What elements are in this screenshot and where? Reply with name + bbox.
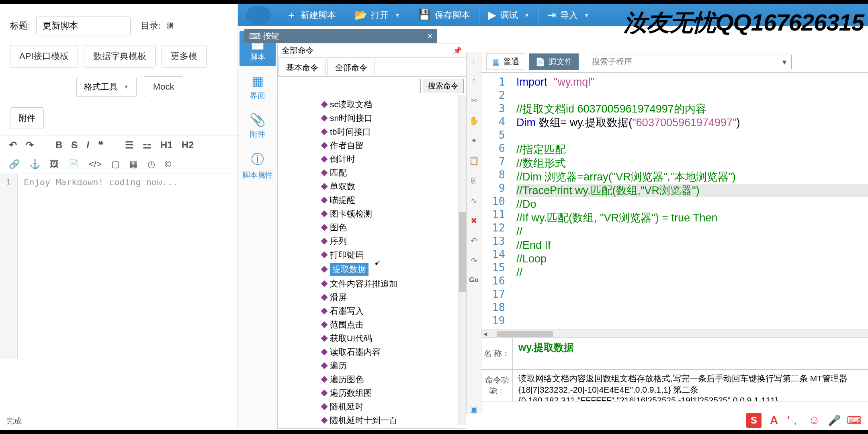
page-icon[interactable]: ▢: [111, 159, 120, 170]
format-tool-select[interactable]: 格式工具▼: [76, 77, 137, 97]
tree-icon[interactable]: ⚍: [143, 139, 151, 151]
status-bar: 完成: [4, 414, 24, 429]
go-button[interactable]: Go: [469, 276, 479, 284]
tab-basic-cmd[interactable]: 基本命令: [278, 59, 326, 76]
tree-item[interactable]: 喵提醒: [322, 193, 466, 207]
more-template-button[interactable]: 更多模: [162, 45, 207, 68]
tree-item[interactable]: tb时间接口: [322, 125, 466, 139]
tab-all-cmd[interactable]: 全部命令: [328, 59, 375, 76]
tree-item[interactable]: sn时间接口: [322, 111, 466, 125]
dock-ui[interactable]: ▦界面: [240, 70, 276, 105]
tree-item[interactable]: 获取UI代码: [322, 332, 466, 345]
tree-item-label: 获取UI代码: [330, 333, 372, 344]
file-icon[interactable]: 📄: [68, 159, 79, 170]
horizontal-scrollbar[interactable]: ◀: [481, 330, 868, 337]
command-panel: 全部命令📌 基本命令 全部命令 搜索命令 sc读取文档sn时间接口tb时间接口作…: [277, 43, 466, 429]
ime-keyboard-icon[interactable]: ⌨: [847, 413, 862, 428]
cmd-search-button[interactable]: 搜索命令: [423, 79, 464, 93]
new-script-button[interactable]: ＋新建脚本: [277, 4, 345, 26]
dialog-titlebar[interactable]: ⌨ 按键 ×: [244, 29, 437, 43]
mock-button[interactable]: Mock: [144, 76, 184, 97]
arrow-down-icon[interactable]: ↓: [472, 56, 476, 66]
list-icon[interactable]: ☰: [125, 139, 134, 151]
ime-emoji-icon[interactable]: ☺: [807, 413, 822, 428]
code-content[interactable]: Import "wy.mql" //提取文档id 603700596197499…: [510, 73, 868, 330]
ime-mode-icon[interactable]: A: [766, 413, 782, 428]
tree-item[interactable]: 图卡顿检测: [322, 207, 466, 221]
open-button[interactable]: 📂打开▼: [345, 4, 409, 26]
save-button[interactable]: 💾保存脚本: [409, 4, 479, 26]
anchor-icon[interactable]: ⚓: [29, 159, 40, 170]
line-numbers: 12345678910111213141516171819: [481, 73, 510, 330]
cut-icon[interactable]: ✂: [471, 96, 477, 105]
paste-icon[interactable]: 📋: [469, 156, 479, 166]
close-icon[interactable]: ×: [427, 31, 432, 41]
tree-item[interactable]: sc读取文档: [322, 98, 466, 111]
tree-item[interactable]: 滑屏: [322, 291, 466, 304]
ime-punct-icon[interactable]: '，: [786, 413, 802, 428]
strike-icon[interactable]: S: [71, 139, 78, 151]
wand-icon[interactable]: ✦: [471, 136, 477, 145]
pin-icon[interactable]: 📌: [453, 46, 462, 55]
diamond-icon: [321, 197, 328, 204]
import-button[interactable]: ⇥导入▼: [538, 4, 598, 26]
copyright-icon[interactable]: ©: [165, 159, 171, 170]
tree-item[interactable]: 提取数据: [322, 262, 466, 277]
tab-normal-view[interactable]: ▦普通: [486, 53, 525, 70]
cmd-search-input[interactable]: [280, 79, 421, 93]
hand-icon[interactable]: ✋: [469, 116, 479, 125]
ime-mic-icon[interactable]: 🎤: [827, 413, 842, 428]
tree-item[interactable]: 倒计时: [322, 152, 466, 166]
info-func-value: 读取网络文档内容返回数组文档存放格式,写完一条后手动回车键换行写第二条 MT管理…: [513, 370, 868, 402]
h1-button[interactable]: H1: [160, 139, 173, 151]
italic-icon[interactable]: I: [86, 139, 89, 151]
tree-item[interactable]: 单双数: [322, 180, 466, 193]
bold-icon[interactable]: B: [55, 139, 62, 151]
code-icon[interactable]: </>: [89, 159, 102, 170]
delete-icon[interactable]: ✖: [471, 216, 477, 225]
tree-item[interactable]: 序列: [322, 234, 466, 248]
h2-button[interactable]: H2: [182, 139, 194, 151]
tree-item[interactable]: 遍历: [322, 359, 466, 373]
table-icon[interactable]: ▦: [129, 159, 138, 170]
dict-template-button[interactable]: 数据字典模板: [84, 45, 156, 68]
window-icon[interactable]: ▣: [470, 404, 478, 414]
tab-source-view[interactable]: 📄源文件: [529, 53, 579, 70]
tree-item[interactable]: 遍历数组图: [322, 386, 466, 400]
dir-value: 测: [167, 22, 173, 30]
tree-item[interactable]: 石墨写入: [322, 304, 466, 318]
arrow-up-icon[interactable]: ↑: [472, 76, 476, 85]
tree-item[interactable]: 随机延时: [322, 400, 466, 414]
vertical-scrollbar[interactable]: [459, 95, 466, 425]
undo-icon[interactable]: ↶: [9, 139, 17, 151]
quote-icon[interactable]: ❝: [98, 139, 103, 151]
attachment-button[interactable]: 附件: [10, 107, 44, 129]
image-icon[interactable]: 🖼: [50, 159, 59, 170]
tree-item[interactable]: 打印键码: [322, 248, 466, 262]
clock-icon[interactable]: ◷: [147, 159, 155, 170]
tree-item[interactable]: 遍历图色: [322, 373, 466, 386]
link-icon[interactable]: 🔗: [9, 159, 20, 170]
editor-textarea[interactable]: Enjoy Markdown! coding now...: [18, 174, 184, 359]
redo-icon[interactable]: ↷: [26, 139, 34, 151]
undo2-icon[interactable]: ↶: [471, 236, 477, 246]
tree-item[interactable]: 图色: [322, 221, 466, 234]
tree-item[interactable]: 随机延时十到一百: [322, 414, 466, 425]
tree-item[interactable]: 作者自留: [322, 139, 466, 152]
sub-search-select[interactable]: 搜索子程序▾: [587, 55, 792, 69]
dock-attach[interactable]: 📎附件: [240, 108, 276, 143]
redo2-icon[interactable]: ↷: [471, 256, 477, 266]
tree-item[interactable]: 范围点击: [322, 318, 466, 332]
bookmark-icon[interactable]: ∿: [471, 196, 477, 205]
tree-item[interactable]: 匹配: [322, 166, 466, 180]
title-input[interactable]: [36, 16, 131, 35]
api-template-button[interactable]: API接口模板: [10, 45, 78, 68]
ime-sogou-icon[interactable]: S: [746, 413, 762, 428]
dock-props[interactable]: ⓘ脚本属性: [240, 147, 276, 184]
dialog-title: 按键: [263, 31, 279, 41]
tree-item[interactable]: 读取石墨内容: [322, 345, 466, 359]
tree-item[interactable]: 文件内容并排追加: [322, 277, 466, 291]
debug-button[interactable]: ▶调试▼: [479, 4, 538, 26]
copy-icon[interactable]: ⎘: [471, 176, 476, 185]
plus-icon: ＋: [286, 8, 297, 22]
